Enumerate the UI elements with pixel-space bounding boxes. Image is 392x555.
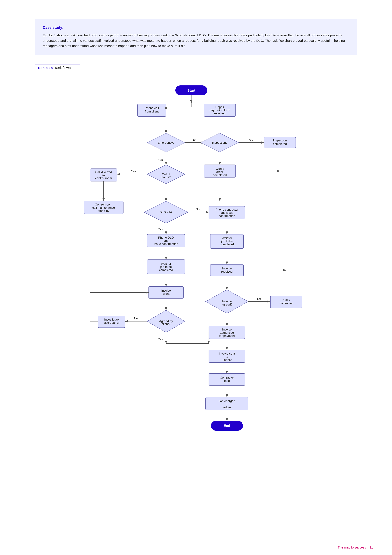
svg-text:Invoice: Invoice — [161, 289, 171, 292]
footer: The map to success 11 — [338, 546, 373, 549]
svg-text:Wait for: Wait for — [161, 262, 171, 265]
svg-text:Notify: Notify — [282, 298, 290, 301]
case-study-text: Exhibit 8 shows a task flowchart produce… — [43, 33, 349, 49]
svg-text:No: No — [257, 297, 261, 300]
svg-text:No: No — [192, 138, 195, 141]
svg-text:contractor: contractor — [279, 301, 293, 305]
svg-text:client: client — [162, 292, 170, 295]
svg-text:hours?: hours? — [161, 175, 171, 179]
svg-text:from client: from client — [145, 110, 159, 113]
svg-text:Yes: Yes — [158, 228, 163, 231]
svg-text:Inspection?: Inspection? — [212, 141, 227, 144]
flowchart-svg: Start Phone call from client Repair requ… — [46, 81, 346, 540]
svg-text:Phone DLO: Phone DLO — [158, 236, 174, 239]
exhibit-number: Exhibit 8 — [38, 66, 53, 70]
svg-text:DLO job?: DLO job? — [160, 211, 172, 214]
svg-text:Job charged: Job charged — [219, 399, 235, 403]
svg-text:completed: completed — [213, 173, 227, 177]
svg-text:completed: completed — [220, 243, 234, 246]
svg-text:Works: Works — [215, 167, 224, 170]
svg-text:and issue: and issue — [221, 211, 233, 214]
exhibit-title: : Task flowchart — [53, 66, 77, 70]
svg-text:received: received — [221, 270, 233, 273]
svg-text:Phone call: Phone call — [145, 106, 159, 110]
svg-text:Inspection: Inspection — [273, 139, 287, 142]
svg-text:Invoice sent: Invoice sent — [219, 352, 235, 355]
svg-text:for payment: for payment — [219, 334, 235, 337]
svg-text:Yes: Yes — [158, 338, 163, 341]
svg-text:job to be: job to be — [160, 265, 172, 269]
svg-text:confirmation: confirmation — [219, 214, 235, 218]
svg-text:No: No — [134, 317, 138, 320]
svg-text:Yes: Yes — [248, 138, 253, 141]
svg-text:discrepancy: discrepancy — [103, 321, 120, 324]
svg-text:Emergency?: Emergency? — [157, 141, 174, 144]
svg-text:to: to — [226, 355, 228, 358]
case-study-title: Case study: — [43, 25, 349, 30]
svg-text:client?: client? — [162, 322, 170, 326]
svg-text:paid: paid — [224, 379, 230, 382]
case-study-box: Case study: Exhibit 8 shows a task flowc… — [35, 19, 357, 55]
svg-text:No: No — [196, 208, 200, 211]
svg-text:authorised: authorised — [220, 331, 234, 334]
svg-text:Yes: Yes — [158, 158, 163, 161]
svg-text:Invoice: Invoice — [222, 300, 231, 303]
start-label: Start — [187, 88, 195, 92]
svg-text:completed: completed — [159, 268, 173, 272]
svg-text:Invoice: Invoice — [222, 328, 231, 331]
svg-text:job to be: job to be — [221, 240, 233, 243]
footer-text: The map to success — [338, 546, 366, 549]
svg-text:completed: completed — [273, 142, 287, 146]
svg-text:Yes: Yes — [131, 170, 136, 173]
svg-text:ledger: ledger — [223, 406, 231, 409]
svg-text:order: order — [216, 170, 223, 174]
end-label: End — [224, 424, 230, 428]
svg-text:Control room: Control room — [95, 203, 112, 206]
svg-text:Wait for: Wait for — [222, 236, 232, 240]
svg-text:to: to — [226, 402, 228, 406]
exhibit-label: Exhibit 8: Task flowchart — [35, 65, 80, 71]
svg-text:Investigate: Investigate — [104, 318, 119, 321]
svg-text:Contractor: Contractor — [220, 376, 234, 379]
svg-text:control room: control room — [95, 176, 112, 180]
svg-text:received: received — [214, 112, 226, 115]
svg-text:issue confirmation: issue confirmation — [154, 242, 178, 246]
footer-page: 11 — [370, 546, 373, 549]
svg-text:and: and — [164, 239, 169, 242]
svg-text:Phone contractor: Phone contractor — [215, 208, 238, 211]
svg-text:Finance: Finance — [221, 358, 232, 362]
svg-text:Call diverted: Call diverted — [95, 170, 112, 174]
flowchart-container: Start Phone call from client Repair requ… — [35, 76, 357, 546]
svg-text:call maintenance: call maintenance — [92, 206, 115, 209]
svg-text:stand-by: stand-by — [98, 209, 109, 212]
svg-text:Invoice: Invoice — [222, 267, 231, 270]
svg-text:agreed?: agreed? — [221, 303, 232, 306]
